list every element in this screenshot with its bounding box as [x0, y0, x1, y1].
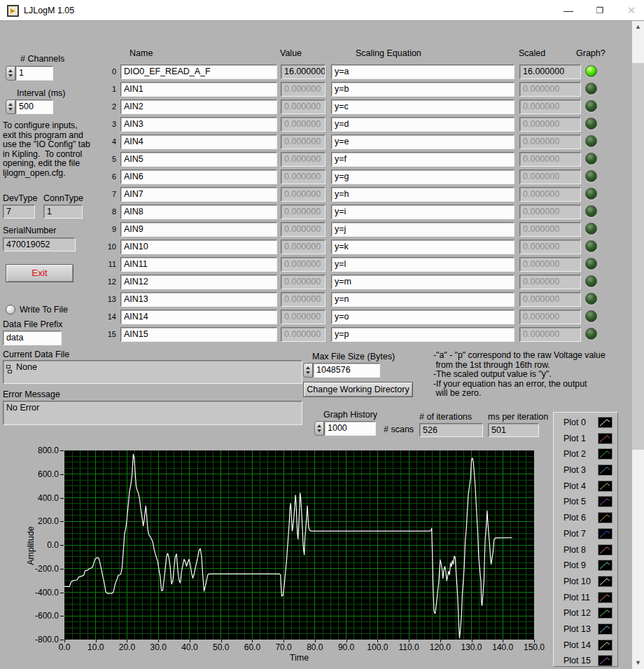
channel-name-input[interactable]: AIN10 [120, 240, 277, 254]
scaling-equation-input[interactable]: y=l [331, 257, 514, 272]
scaling-equation-input[interactable]: y=f [331, 152, 514, 167]
legend-line-swatch [598, 448, 612, 460]
legend-item[interactable]: Plot 9 [554, 558, 617, 574]
conntype-field[interactable]: 1 [43, 205, 83, 219]
graph-history-spinner-icon[interactable] [314, 421, 324, 436]
exit-button[interactable]: Exit [6, 264, 74, 282]
minimize-button[interactable]: — [553, 0, 584, 21]
window-title: LJLogM 1.05 [24, 6, 74, 15]
graph-led[interactable] [585, 293, 597, 305]
graph-led[interactable] [585, 135, 597, 147]
graph-led[interactable] [585, 310, 597, 322]
channel-name-input[interactable]: AIN12 [120, 275, 277, 289]
graph-history-input[interactable]: 1000 [324, 421, 376, 436]
scaling-equation-input[interactable]: y=c [331, 99, 514, 114]
serialnumber-field[interactable]: 470019052 [3, 237, 76, 251]
legend-item[interactable]: Plot 3 [554, 463, 617, 479]
scaling-equation-input[interactable]: y=i [331, 205, 514, 219]
legend-item[interactable]: Plot 13 [554, 622, 617, 638]
channel-name-input[interactable]: AIN3 [120, 117, 277, 132]
scaling-equation-input[interactable]: y=k [331, 240, 514, 254]
window-scrollbar[interactable]: ▲ ▼ [632, 21, 644, 669]
graph-led[interactable] [585, 118, 597, 130]
legend-item[interactable]: Plot 15 [554, 654, 617, 669]
legend-item[interactable]: Plot 4 [554, 479, 617, 495]
channel-name-input[interactable]: AIN6 [120, 170, 277, 184]
graph-led[interactable] [585, 188, 597, 200]
graph-led[interactable] [585, 223, 597, 235]
interval-spinner-icon[interactable] [6, 99, 15, 114]
column-header-graph: Graph? [576, 48, 606, 58]
scroll-down-icon[interactable]: ▼ [632, 657, 644, 669]
write-to-file-radio[interactable] [6, 305, 15, 315]
channel-name-input[interactable]: AIN7 [120, 187, 277, 202]
interval-stepper[interactable]: 500 [6, 99, 53, 114]
max-file-size-stepper[interactable]: 1048576 [303, 363, 380, 378]
legend-item[interactable]: Plot 6 [554, 511, 617, 527]
x-tick-label: 50.0 [205, 642, 237, 652]
scaling-equation-input[interactable]: y=a [331, 64, 514, 79]
legend-item[interactable]: Plot 0 [554, 415, 617, 432]
scaling-equation-input[interactable]: y=n [331, 292, 514, 307]
legend-item[interactable]: Plot 14 [554, 638, 617, 654]
legend-item[interactable]: Plot 10 [554, 574, 617, 591]
scaling-equation-input[interactable]: y=g [331, 170, 514, 184]
scaling-equation-input[interactable]: y=p [331, 327, 514, 342]
graph-led[interactable] [585, 100, 597, 112]
channel-name-input[interactable]: DIO0_EF_READ_A_F [120, 64, 277, 79]
graph-led[interactable] [585, 275, 597, 287]
max-file-size-input[interactable]: 1048576 [313, 363, 380, 378]
path-icon[interactable] [6, 365, 13, 374]
channel-name-input[interactable]: AIN8 [120, 205, 277, 219]
scaling-equation-input[interactable]: y=d [331, 117, 514, 132]
legend-item[interactable]: Plot 2 [554, 447, 617, 463]
graph-led[interactable] [585, 205, 597, 217]
interval-input[interactable]: 500 [15, 99, 53, 114]
scroll-up-icon[interactable]: ▲ [632, 21, 644, 33]
channel-name-input[interactable]: AIN14 [120, 310, 277, 324]
graph-led[interactable] [585, 258, 597, 270]
change-working-directory-button[interactable]: Change Working Directory [303, 382, 413, 397]
channel-name-input[interactable]: AIN5 [120, 152, 277, 167]
legend-item[interactable]: Plot 8 [554, 543, 617, 559]
channel-name-input[interactable]: AIN13 [120, 292, 277, 307]
y-tick-mark [60, 569, 64, 570]
scaling-equation-input[interactable]: y=j [331, 222, 514, 237]
channels-stepper[interactable]: 1 [6, 66, 53, 81]
x-tick-mark [440, 640, 441, 642]
channel-name-input[interactable]: AIN9 [120, 222, 277, 237]
row-index: 12 [102, 277, 116, 286]
graph-led[interactable] [585, 170, 597, 182]
scaled-value-field: 16.000000 [519, 64, 581, 79]
channels-input[interactable]: 1 [15, 66, 53, 81]
legend-line-swatch [598, 607, 612, 619]
legend-item[interactable]: Plot 5 [554, 495, 617, 511]
graph-history-stepper[interactable]: 1000 [314, 421, 376, 436]
data-file-prefix-input[interactable]: data [3, 331, 62, 345]
scaling-equation-input[interactable]: y=e [331, 135, 514, 149]
legend-item[interactable]: Plot 7 [554, 527, 617, 543]
channel-name-input[interactable]: AIN15 [120, 327, 277, 342]
channels-spinner-icon[interactable] [6, 66, 15, 81]
graph-led[interactable] [585, 328, 597, 340]
legend-item[interactable]: Plot 11 [554, 591, 617, 607]
scaling-equation-input[interactable]: y=h [331, 187, 514, 202]
maximize-button[interactable]: ❐ [584, 0, 615, 21]
waveform-svg [64, 450, 534, 640]
channel-name-input[interactable]: AIN2 [120, 99, 277, 114]
scaling-equation-input[interactable]: y=b [331, 82, 514, 97]
graph-led[interactable] [585, 153, 597, 165]
scaling-equation-input[interactable]: y=o [331, 310, 514, 324]
graph-led[interactable] [585, 240, 597, 252]
graph-led[interactable] [585, 83, 597, 95]
close-button[interactable]: ✕ [616, 0, 644, 21]
channel-name-input[interactable]: AIN11 [120, 257, 277, 272]
scaling-equation-input[interactable]: y=m [331, 275, 514, 289]
max-file-size-spinner-icon[interactable] [303, 363, 313, 378]
graph-led[interactable] [585, 65, 597, 77]
channel-name-input[interactable]: AIN1 [120, 82, 277, 97]
channel-name-input[interactable]: AIN4 [120, 135, 277, 149]
legend-item[interactable]: Plot 12 [554, 606, 617, 622]
devtype-field[interactable]: 7 [3, 205, 35, 219]
legend-item[interactable]: Plot 1 [554, 432, 617, 448]
